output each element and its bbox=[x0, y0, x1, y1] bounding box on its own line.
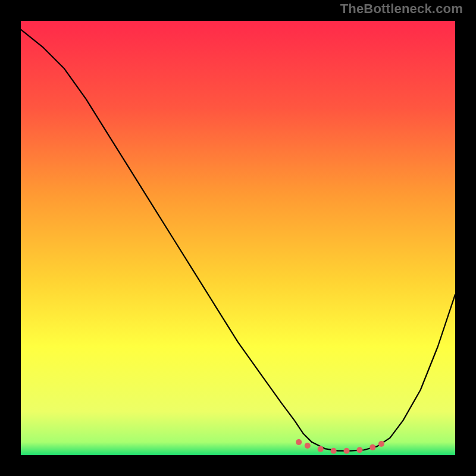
watermark-text: TheBottleneck.com bbox=[340, 1, 463, 17]
floor-marker bbox=[344, 448, 350, 454]
chart-svg bbox=[21, 21, 455, 455]
floor-marker bbox=[356, 447, 362, 453]
floor-marker bbox=[378, 441, 384, 447]
chart-container: TheBottleneck.com bbox=[0, 0, 476, 476]
heatmap-plot bbox=[21, 21, 455, 455]
floor-marker bbox=[331, 448, 337, 454]
floor-marker bbox=[305, 443, 311, 449]
floor-marker bbox=[318, 446, 324, 452]
heatmap-background bbox=[21, 21, 455, 455]
floor-marker bbox=[369, 444, 375, 450]
floor-marker bbox=[296, 439, 302, 445]
